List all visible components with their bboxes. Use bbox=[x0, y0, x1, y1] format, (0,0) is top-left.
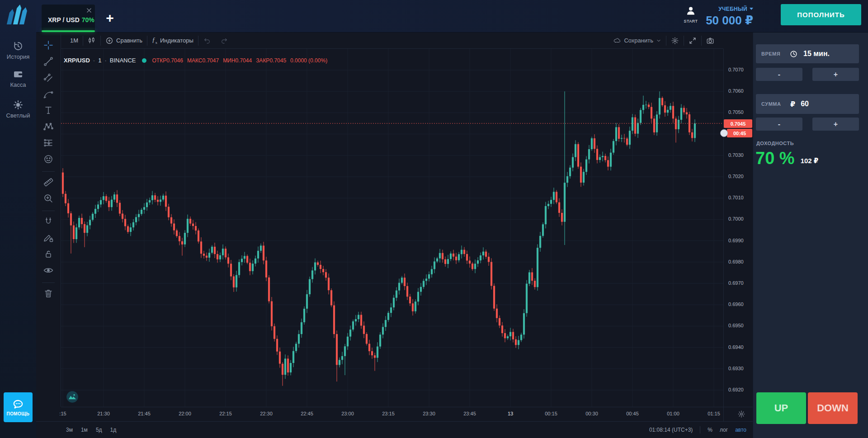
legend-change: 0.0000 (0.00%) bbox=[290, 57, 327, 64]
time-plus-button[interactable]: + bbox=[812, 68, 859, 81]
price-tick: 0.6990 bbox=[728, 238, 744, 243]
expiry-marker-icon bbox=[720, 129, 728, 137]
candle-body bbox=[206, 256, 208, 258]
candle-body bbox=[621, 138, 623, 139]
ruler-tool[interactable] bbox=[42, 177, 55, 189]
candle-body bbox=[634, 118, 636, 134]
interval-button[interactable]: 1М bbox=[66, 33, 83, 49]
fullscreen-button[interactable] bbox=[684, 33, 701, 49]
range-button-1d[interactable]: 1д bbox=[110, 427, 117, 433]
zoom-in-tool[interactable] bbox=[42, 193, 55, 206]
lock-tool[interactable] bbox=[42, 249, 55, 261]
chart-logo-badge[interactable] bbox=[66, 391, 79, 403]
chart-plot[interactable] bbox=[61, 49, 723, 407]
candle-body bbox=[151, 195, 153, 200]
range-button-5d[interactable]: 5д bbox=[96, 427, 102, 433]
plus-circle-icon bbox=[105, 37, 113, 45]
candle-body bbox=[488, 257, 490, 262]
clock-utc[interactable]: 01:08:14 (UTC+3) bbox=[649, 427, 693, 433]
emoji-tool[interactable] bbox=[42, 154, 55, 166]
save-layout-button[interactable]: Сохранить bbox=[609, 33, 666, 49]
sidebar-item-cashier[interactable]: Касса bbox=[0, 69, 36, 88]
magnet-icon bbox=[43, 216, 54, 229]
trend-line-tool[interactable] bbox=[42, 56, 55, 69]
candle-body bbox=[363, 325, 365, 334]
chart-settings-button[interactable] bbox=[666, 33, 684, 49]
candle-body bbox=[640, 110, 642, 122]
indicators-button[interactable]: ƒx Индикаторы bbox=[147, 33, 198, 49]
undo-button[interactable] bbox=[198, 33, 216, 49]
time-field[interactable]: ВРЕМЯ 15 мин. bbox=[756, 44, 859, 63]
candle-body bbox=[168, 207, 170, 217]
time-axis[interactable]: :1521:3021:4522:0022:1522:3022:4523:0023… bbox=[61, 407, 723, 421]
user-menu-button[interactable]: START bbox=[681, 5, 701, 27]
account-switcher[interactable]: УЧЕБНЫЙ 50 000 ₽ bbox=[703, 5, 753, 28]
candle-body bbox=[686, 112, 688, 114]
candle-body bbox=[585, 160, 587, 172]
candle-body bbox=[583, 172, 585, 183]
xabcd-pattern-tool[interactable] bbox=[42, 121, 55, 134]
amount-value: 60 bbox=[801, 100, 809, 108]
help-button[interactable]: ПОМОЩЬ bbox=[4, 392, 33, 422]
magnet-tool[interactable] bbox=[42, 216, 55, 229]
chart-legend[interactable]: XRP/USD · 1 · BINANCE ОТКР0.7046 МАКС0.7… bbox=[64, 57, 327, 64]
draw-lock-tool[interactable] bbox=[42, 232, 55, 245]
up-button[interactable]: UP bbox=[756, 392, 806, 424]
eye-tool[interactable] bbox=[42, 265, 55, 278]
candle-body bbox=[368, 344, 370, 351]
price-axis[interactable]: 0.70700.70600.70500.70400.70300.70200.70… bbox=[723, 49, 753, 407]
channel-tool[interactable] bbox=[42, 72, 55, 85]
price-tick: 0.6970 bbox=[728, 280, 744, 286]
amount-plus-button[interactable]: + bbox=[812, 118, 859, 131]
candle-body bbox=[667, 110, 669, 113]
time-tick: 22:15 bbox=[219, 411, 232, 416]
candle-body bbox=[92, 214, 94, 220]
time-minus-button[interactable]: - bbox=[756, 68, 802, 81]
candle-body bbox=[450, 254, 452, 259]
text-tool-tool[interactable] bbox=[42, 105, 55, 118]
candle-body bbox=[401, 278, 403, 283]
auto-scale-button[interactable]: авто bbox=[735, 427, 746, 433]
candle-body bbox=[469, 261, 471, 264]
amount-minus-button[interactable]: - bbox=[756, 118, 802, 131]
crosshair-tool[interactable] bbox=[42, 40, 55, 52]
legend-separator: · bbox=[93, 57, 95, 64]
snapshot-button[interactable] bbox=[702, 33, 719, 49]
candle-body bbox=[683, 108, 685, 113]
candle-body bbox=[195, 226, 197, 231]
time-tick: 00:30 bbox=[585, 411, 598, 416]
candle-body bbox=[439, 253, 441, 259]
brush-tool[interactable] bbox=[42, 89, 55, 101]
candle-body bbox=[314, 263, 316, 271]
redo-button[interactable] bbox=[216, 33, 233, 49]
sidebar-item-history[interactable]: История bbox=[0, 41, 36, 60]
xabcd-pattern-icon bbox=[43, 121, 54, 134]
candle-body bbox=[545, 206, 547, 224]
amount-field[interactable]: СУММА ₽ 60 bbox=[756, 94, 859, 114]
trash-tool[interactable] bbox=[42, 288, 55, 301]
percent-scale-button[interactable]: % bbox=[708, 427, 712, 433]
range-button-3m[interactable]: 3м bbox=[66, 427, 73, 433]
candle-body bbox=[105, 196, 107, 201]
axis-settings-gear-icon[interactable] bbox=[737, 410, 745, 418]
candle-body bbox=[192, 224, 194, 226]
market-status-dot bbox=[142, 58, 146, 63]
deposit-button[interactable]: ПОПОЛНИТЬ bbox=[781, 4, 861, 25]
candle-body bbox=[241, 259, 243, 262]
tab-xrp-usd[interactable]: XRP / USD70% bbox=[42, 5, 95, 32]
log-scale-button[interactable]: лог bbox=[720, 427, 728, 433]
app-sidebar bbox=[0, 0, 36, 438]
candle-body bbox=[211, 247, 213, 253]
forecast-tool[interactable] bbox=[42, 137, 55, 150]
redo-icon bbox=[220, 37, 228, 45]
candle-body bbox=[84, 224, 85, 233]
time-label: ВРЕМЯ bbox=[761, 51, 787, 57]
sidebar-item-light-theme[interactable]: Светлый bbox=[0, 99, 36, 119]
chart-type-button[interactable] bbox=[83, 33, 100, 49]
close-icon[interactable] bbox=[86, 7, 92, 14]
add-tab-button[interactable]: + bbox=[103, 12, 117, 25]
app-logo[interactable] bbox=[5, 3, 31, 28]
compare-button[interactable]: Сравнить bbox=[101, 33, 147, 49]
range-button-1m[interactable]: 1м bbox=[81, 427, 88, 433]
down-button[interactable]: DOWN bbox=[808, 392, 858, 424]
